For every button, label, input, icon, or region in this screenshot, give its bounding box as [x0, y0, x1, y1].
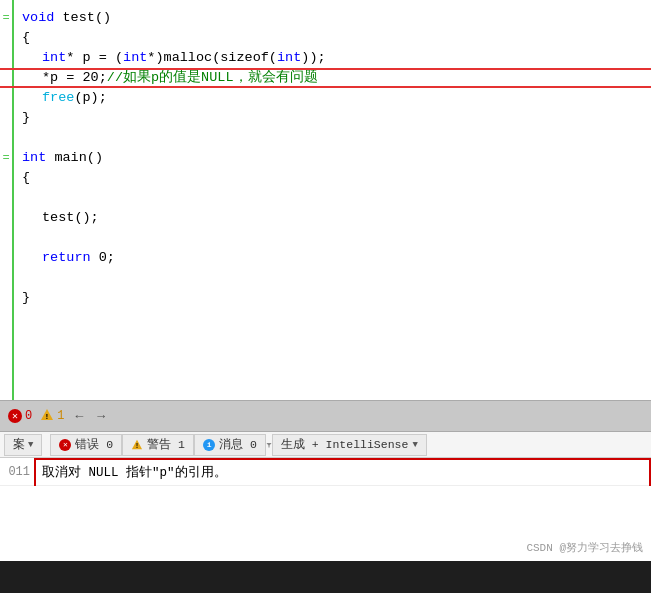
tab-error-icon: ✕ — [59, 439, 71, 451]
tab-bar: 案 ▼ ✕ 错误 0 ! 警告 1 i 消息 0 — [0, 432, 651, 458]
tab-warnings[interactable]: ! 警告 1 — [122, 434, 194, 456]
tab-info-icon: i — [203, 439, 215, 451]
gutter-marker-7 — [0, 128, 12, 148]
gutter-marker-2 — [0, 28, 12, 48]
error-table: 011 取消对 NULL 指针"p"的引用。 — [0, 458, 651, 486]
code-line-1: void test() — [22, 8, 651, 28]
tab-build-label: 生成 + IntelliSense — [281, 437, 409, 452]
code-line-13: return 0; — [42, 248, 651, 268]
tab-messages[interactable]: i 消息 0 — [194, 434, 266, 456]
nav-arrow-left[interactable]: ← — [72, 408, 86, 425]
code-line-12 — [22, 228, 651, 248]
error-count: 0 — [25, 409, 32, 423]
warning-icon: ! — [40, 408, 54, 425]
code-line-3: int* p = (int*)malloc(sizeof(int)); — [42, 48, 651, 68]
code-line-6: } — [22, 108, 651, 128]
gutter-marker-15 — [0, 288, 12, 308]
tab-case-arrow: ▼ — [28, 440, 33, 450]
tab-errors[interactable]: ✕ 错误 0 — [50, 434, 122, 456]
tab-warnings-label: 警告 1 — [147, 437, 185, 452]
status-toolbar: ✕ 0 ! 1 ← → — [0, 400, 651, 432]
gutter-marker-11 — [0, 208, 12, 228]
gutter-marker-10 — [0, 188, 12, 208]
watermark: CSDN @努力学习去挣钱 — [526, 540, 643, 555]
code-line-9: { — [22, 168, 651, 188]
code-editor[interactable]: = = void test() — [0, 0, 651, 400]
gutter-marker-12 — [0, 228, 12, 248]
tab-messages-label: 消息 0 — [219, 437, 257, 452]
tab-case[interactable]: 案 ▼ — [4, 434, 42, 456]
code-line-15: } — [22, 288, 651, 308]
gutter-marker-3 — [0, 48, 12, 68]
gutter-marker-4 — [0, 68, 12, 88]
code-line-11: test(); — [42, 208, 651, 228]
gutter-marker-8: = — [0, 148, 12, 168]
warning-badge: ! 1 — [40, 408, 64, 425]
svg-text:!: ! — [45, 412, 50, 421]
code-line-5: free(p); — [42, 88, 651, 108]
tab-build-arrow: ▼ — [412, 440, 417, 450]
error-badge: ✕ 0 — [8, 409, 32, 423]
table-row: 011 取消对 NULL 指针"p"的引用。 — [0, 459, 650, 486]
nav-arrow-right[interactable]: → — [94, 408, 108, 425]
code-line-14 — [22, 268, 651, 288]
svg-text:!: ! — [135, 442, 139, 450]
error-list: 011 取消对 NULL 指针"p"的引用。 CSDN @努力学习去挣钱 — [0, 458, 651, 561]
gutter-marker-5 — [0, 88, 12, 108]
error-icon: ✕ — [8, 409, 22, 423]
tab-warning-icon: ! — [131, 439, 143, 450]
gutter-marker-9 — [0, 168, 12, 188]
code-line-8: int main() — [22, 148, 651, 168]
gutter-marker-13 — [0, 248, 12, 268]
line-gutter: = = — [0, 0, 14, 400]
warning-count: 1 — [57, 409, 64, 423]
code-line-7 — [22, 128, 651, 148]
tab-errors-label: 错误 0 — [75, 437, 113, 452]
tab-case-label: 案 — [13, 437, 25, 452]
code-line-4: *p = 20;//如果p的值是NULL，就会有问题 — [42, 68, 651, 88]
code-content: void test() { int* p = (int*)malloc(size… — [14, 0, 651, 400]
error-code: 011 — [0, 459, 35, 486]
gutter-marker-14 — [0, 268, 12, 288]
gutter-marker-6 — [0, 108, 12, 128]
error-description: 取消对 NULL 指针"p"的引用。 — [35, 459, 650, 486]
code-line-10 — [22, 188, 651, 208]
svg-marker-4 — [266, 443, 271, 448]
tab-build[interactable]: 生成 + IntelliSense ▼ — [272, 434, 427, 456]
bottom-panel: ✕ 0 ! 1 ← → 案 ▼ ✕ 错误 0 — [0, 400, 651, 561]
gutter-marker-1: = — [0, 8, 12, 28]
code-line-2: { — [22, 28, 651, 48]
